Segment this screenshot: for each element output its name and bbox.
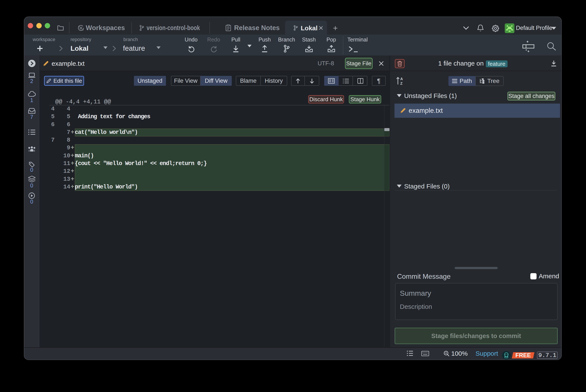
svg-text:Z: Z <box>400 82 402 85</box>
svg-text:A: A <box>400 77 403 81</box>
